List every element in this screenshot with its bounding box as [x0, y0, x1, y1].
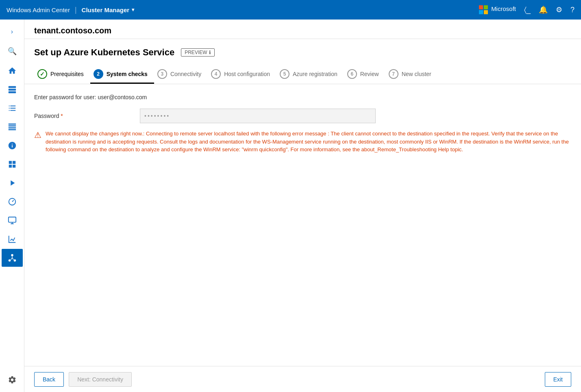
- svg-rect-2: [8, 91, 15, 94]
- step-2-label: System checks: [107, 71, 148, 77]
- sidebar-item-updates[interactable]: [2, 137, 23, 155]
- home-icon: [8, 66, 17, 75]
- step-7-circle: 7: [389, 69, 398, 79]
- step-connectivity[interactable]: 3 Connectivity: [154, 64, 208, 84]
- sidebar-item-settings[interactable]: [2, 211, 23, 229]
- sidebar: › 🔍: [0, 20, 24, 392]
- svg-rect-0: [8, 86, 15, 88]
- error-icon: ⚠: [34, 130, 41, 154]
- network-icon: [8, 179, 17, 187]
- microsoft-text: Microsoft: [491, 5, 516, 14]
- back-button[interactable]: Back: [34, 372, 64, 387]
- sidebar-item-cluster[interactable]: [2, 249, 23, 267]
- step-4-circle: 4: [211, 69, 221, 79]
- svg-point-5: [11, 254, 13, 257]
- step-7-label: New cluster: [402, 71, 431, 77]
- page-content: Set up Azure Kubernetes Service PREVIEW …: [24, 39, 581, 366]
- svg-rect-4: [8, 217, 15, 222]
- module-selector[interactable]: Cluster Manager ▾: [82, 7, 135, 13]
- sidebar-item-monitor[interactable]: [2, 193, 23, 211]
- search-icon: 🔍: [8, 47, 17, 56]
- settings-icon[interactable]: ⚙: [556, 5, 562, 14]
- svg-rect-1: [8, 89, 15, 91]
- sidebar-search[interactable]: 🔍: [2, 42, 23, 60]
- chevron-right-icon: ›: [11, 28, 13, 35]
- step-6-label: Review: [360, 71, 379, 77]
- step-host-config[interactable]: 4 Host configuration: [208, 64, 276, 84]
- tenant-name: tenant.contoso.com: [34, 26, 111, 35]
- sidebar-item-list[interactable]: [2, 99, 23, 117]
- server-icon: [8, 85, 17, 94]
- cluster-icon: [8, 253, 17, 262]
- sidebar-item-server[interactable]: [2, 81, 23, 98]
- gear-icon: [8, 375, 17, 384]
- sidebar-item-network[interactable]: [2, 174, 23, 192]
- notification-icon[interactable]: 🔔: [539, 5, 548, 14]
- tenant-header: tenant.contoso.com: [24, 20, 581, 39]
- next-button[interactable]: Next: Connectivity: [69, 372, 132, 387]
- step-review[interactable]: 6 Review: [344, 64, 385, 84]
- info-icon: ℹ: [209, 50, 211, 55]
- step-3-label: Connectivity: [170, 71, 201, 77]
- chart-icon: [8, 235, 17, 244]
- sidebar-top: › 🔍: [2, 23, 23, 60]
- step-system-checks[interactable]: 2 System checks: [90, 64, 154, 84]
- step-1-circle: ✓: [37, 69, 47, 79]
- topbar-actions: 〈_ 🔔 ⚙ ?: [524, 5, 574, 14]
- step-3-circle: 3: [157, 69, 167, 79]
- preview-badge: PREVIEW ℹ: [181, 48, 214, 57]
- topbar: Windows Admin Center | Cluster Manager ▾…: [0, 0, 581, 20]
- password-row: Password *: [34, 109, 571, 123]
- sidebar-item-home[interactable]: [2, 62, 23, 80]
- wizard-header: Set up Azure Kubernetes Service PREVIEW …: [24, 39, 581, 58]
- password-label: Password *: [34, 113, 140, 119]
- step-prerequisites[interactable]: ✓ Prerequisites: [34, 64, 90, 84]
- sidebar-item-chart[interactable]: [2, 230, 23, 248]
- footer: Back Next: Connectivity Exit: [24, 366, 581, 392]
- svg-point-6: [8, 259, 11, 262]
- step-new-cluster[interactable]: 7 New cluster: [385, 64, 438, 84]
- list-icon: [8, 104, 17, 113]
- terminal-icon[interactable]: 〈_: [524, 6, 531, 14]
- sidebar-item-grid[interactable]: [2, 155, 23, 173]
- topbar-divider: |: [75, 6, 77, 14]
- error-block: ⚠ We cannot display the changes right no…: [34, 130, 571, 160]
- content: tenant.contoso.com Set up Azure Kubernet…: [24, 20, 581, 392]
- desktop-settings-icon: [8, 216, 17, 225]
- sidebar-icons: [2, 62, 23, 267]
- step-5-circle: 5: [280, 69, 289, 79]
- wizard-title: Set up Azure Kubernetes Service: [34, 47, 174, 58]
- step-5-label: Azure registration: [293, 71, 337, 77]
- svg-point-7: [13, 259, 15, 262]
- step-4-label: Host configuration: [224, 71, 270, 77]
- help-icon[interactable]: ?: [570, 6, 574, 14]
- step-1-label: Prerequisites: [50, 71, 84, 77]
- steps-bar: ✓ Prerequisites 2 System checks 3 Connec…: [24, 64, 581, 84]
- updates-icon: [8, 141, 17, 150]
- chevron-down-icon: ▾: [132, 7, 134, 13]
- main-layout: › 🔍: [0, 20, 581, 392]
- sidebar-bottom: [2, 371, 23, 389]
- preview-label: PREVIEW: [185, 50, 207, 55]
- sidebar-item-storage[interactable]: [2, 118, 23, 136]
- form-area: Enter password for user: user@contoso.co…: [24, 84, 581, 366]
- grid-icon: [8, 160, 17, 169]
- step-azure-reg[interactable]: 5 Azure registration: [276, 64, 344, 84]
- exit-button[interactable]: Exit: [545, 372, 571, 387]
- required-marker: *: [61, 113, 63, 119]
- error-message: We cannot display the changes right now.…: [46, 130, 571, 154]
- monitor-icon: [8, 197, 17, 206]
- app-title: Windows Admin Center: [7, 7, 70, 13]
- storage-icon: [8, 122, 17, 131]
- sidebar-expand[interactable]: ›: [2, 23, 23, 41]
- sidebar-item-gear[interactable]: [2, 371, 23, 389]
- form-description: Enter password for user: user@contoso.co…: [34, 94, 571, 100]
- microsoft-logo: Microsoft: [479, 5, 516, 14]
- module-name: Cluster Manager: [82, 7, 130, 13]
- password-input[interactable]: [140, 109, 376, 123]
- step-2-circle: 2: [94, 69, 103, 79]
- step-6-circle: 6: [347, 69, 357, 79]
